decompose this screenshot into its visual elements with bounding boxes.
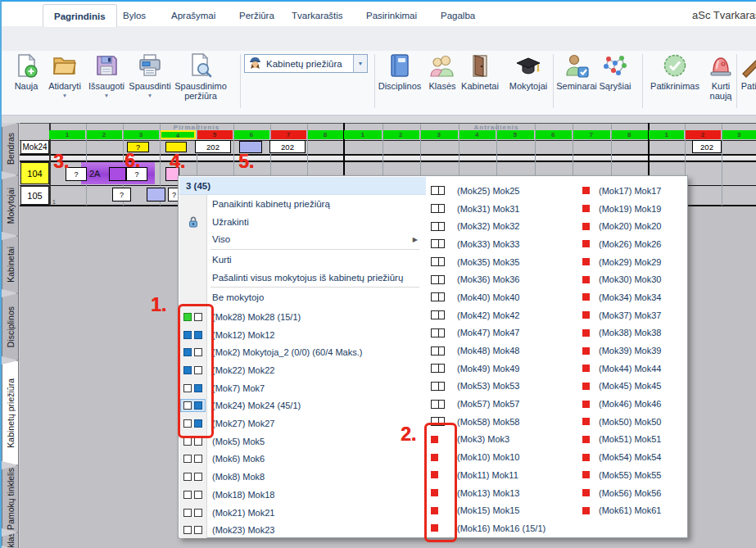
teacher-item[interactable]: (Mok6) Mok6 <box>179 451 426 469</box>
menu-item-viso[interactable]: Viso ▶ <box>179 230 426 248</box>
ribbon-button-nauja[interactable]: Nauja <box>7 52 45 91</box>
period-column-header[interactable]: 1 <box>344 130 382 139</box>
teacher-item[interactable]: (Mok2) Mokytoja_2 (0/0) (60/4 Maks.) <box>179 344 426 362</box>
teacher-item[interactable]: (Mok16) Mok16 (15/1) <box>426 519 577 537</box>
side-tab-bendras[interactable]: Bendras <box>2 123 19 175</box>
lesson-card[interactable]: ? <box>66 167 87 181</box>
teacher-item[interactable]: (Mok57) Mok57 <box>426 395 577 413</box>
teacher-item[interactable]: (Mok44) Mok44 <box>577 360 688 378</box>
period-column-header[interactable]: 6 <box>233 130 269 139</box>
period-column-header[interactable]: 1 <box>49 130 85 139</box>
period-column-header[interactable]: 8 <box>611 130 649 139</box>
side-tab-kabinetai[interactable]: Kabinetai <box>2 236 19 293</box>
period-column-header[interactable]: 4 <box>160 130 196 139</box>
teacher-item[interactable]: (Mok31) Mok31 <box>426 200 577 218</box>
row-label-mok24[interactable]: Mok24 <box>20 140 49 154</box>
teacher-item[interactable]: (Mok7) Mok7 <box>179 379 426 397</box>
teacher-item[interactable]: (Mok42) Mok42 <box>426 306 577 324</box>
teacher-item[interactable]: (Mok17) Mok17 <box>577 182 688 200</box>
teacher-item[interactable]: (Mok18) Mok18 <box>179 486 426 504</box>
view-mode-combobox[interactable]: Kabinetų priežiūra ▼ <box>244 54 368 73</box>
lesson-card[interactable] <box>239 141 262 153</box>
side-tab-pamokų-tinklelis[interactable]: Pamokų tinklelis <box>2 465 19 532</box>
teacher-item[interactable]: (Mok38) Mok38 <box>577 324 688 342</box>
tab-bylos[interactable]: Bylos <box>112 4 156 26</box>
period-column-header[interactable]: 5 <box>197 130 233 139</box>
teacher-item[interactable]: (Mok55) Mok55 <box>577 466 688 484</box>
lesson-card[interactable]: 202 <box>692 140 722 153</box>
period-column-header[interactable]: 3 <box>722 130 756 139</box>
period-column-header[interactable]: 2 <box>383 130 420 139</box>
ribbon-button-atidaryti[interactable]: Atidaryti▼ <box>43 52 86 98</box>
teacher-item[interactable]: (Mok13) Mok13 <box>426 484 577 502</box>
menu-item-kurti[interactable]: Kurti <box>179 251 426 269</box>
lesson-card[interactable] <box>109 167 126 181</box>
tab-tvarkarastis[interactable]: Tvarkaraštis <box>281 4 354 26</box>
lesson-card[interactable]: 202 <box>269 140 306 153</box>
period-column-header[interactable]: 5 <box>496 130 534 139</box>
teacher-item[interactable]: (Mok21) Mok21 <box>179 504 426 522</box>
period-column-header[interactable]: 2 <box>685 130 720 139</box>
period-column-header[interactable]: 8 <box>307 130 343 139</box>
ribbon-button-patik[interactable]: Patik <box>735 52 756 91</box>
teacher-item[interactable]: (Mok23) Mok23 <box>179 521 426 539</box>
lesson-card[interactable] <box>165 142 187 152</box>
teacher-item[interactable]: (Mok36) Mok36 <box>426 270 577 288</box>
ribbon-button-patikrinimas[interactable]: Patikrinimas <box>645 52 704 91</box>
tab-pasirinkimai[interactable]: Pasirinkimai <box>355 4 428 26</box>
ribbon-button-kurti-nauj-[interactable]: Kurti naują <box>703 52 739 101</box>
combobox-dropdown-button[interactable]: ▼ <box>353 55 367 72</box>
teacher-item[interactable]: (Mok49) Mok49 <box>426 360 577 378</box>
teacher-item[interactable]: (Mok37) Mok37 <box>577 306 688 324</box>
teacher-item[interactable]: (Mok25) Mok25 <box>426 182 577 200</box>
teacher-item[interactable]: (Mok24) Mok24 (45/1) <box>179 397 426 415</box>
teacher-item[interactable]: (Mok20) Mok20 <box>577 217 688 235</box>
side-tab-disciplinos[interactable]: Disciplinos <box>2 293 19 360</box>
period-column-header[interactable]: 6 <box>535 130 573 139</box>
period-column-header[interactable]: 1 <box>649 130 684 139</box>
ribbon-button-seminarai[interactable]: Seminarai <box>555 52 598 91</box>
lesson-card[interactable] <box>147 188 165 202</box>
teacher-item[interactable]: (Mok61) Mok61 <box>577 501 688 519</box>
teacher-item[interactable]: (Mok11) Mok11 <box>426 466 577 484</box>
teacher-item[interactable]: (Mok50) Mok50 <box>577 413 688 431</box>
teacher-item[interactable]: (Mok51) Mok51 <box>577 431 688 449</box>
teacher-item[interactable]: (Mok32) Mok32 <box>426 217 577 235</box>
period-column-header[interactable]: 2 <box>86 130 122 139</box>
tab-pagrindinis[interactable]: Pagrindinis <box>43 4 117 27</box>
teacher-item[interactable]: (Mok27) Mok27 <box>179 414 426 433</box>
teacher-item[interactable]: (Mok46) Mok46 <box>577 395 688 413</box>
teacher-item[interactable]: (Mok22) Mok22 <box>179 361 426 379</box>
teacher-item[interactable]: (Mok12) Mok12 <box>179 326 426 344</box>
teacher-item[interactable]: (Mok47) Mok47 <box>426 324 577 342</box>
lesson-card[interactable]: ? <box>127 142 149 152</box>
period-column-header[interactable]: 7 <box>270 130 306 139</box>
teacher-item[interactable]: (Mok48) Mok48 <box>426 342 577 360</box>
teacher-item[interactable]: (Mok30) Mok30 <box>577 270 688 288</box>
ribbon-button-disciplinos[interactable]: Disciplinos <box>374 52 425 91</box>
teacher-item[interactable]: (Mok56) Mok56 <box>577 484 688 502</box>
tab-aprasymai[interactable]: Aprašymai <box>161 4 226 26</box>
teacher-item[interactable]: (Mok5) Mok5 <box>179 433 426 451</box>
side-tab-kabinetų-priežiūra[interactable]: Kabinetų priežiūra <box>2 360 19 465</box>
teacher-item[interactable]: (Mok26) Mok26 <box>577 235 688 253</box>
teacher-item[interactable]: (Mok3) Mok3 <box>426 431 577 449</box>
teacher-item[interactable]: (Mok53) Mok53 <box>426 378 577 396</box>
ribbon-button-i-saugoti[interactable]: Išsaugoti▼ <box>84 52 129 98</box>
row-label-104[interactable]: 104 <box>20 162 49 184</box>
teacher-item[interactable]: (Mok34) Mok34 <box>577 288 688 306</box>
side-tab-mokytojai[interactable]: Mokytojai <box>2 175 19 236</box>
teacher-item[interactable]: (Mok33) Mok33 <box>426 235 577 253</box>
row-label-105[interactable]: 105 <box>20 186 49 205</box>
teacher-item[interactable]: (Mok15) Mok15 <box>426 501 577 519</box>
teacher-item[interactable]: (Mok45) Mok45 <box>577 378 688 396</box>
menu-item-uzrakinti[interactable]: Užrakinti <box>179 213 426 231</box>
ribbon-button-s-ry-iai[interactable]: Sąryšiai <box>595 52 635 91</box>
teacher-item[interactable]: (Mok54) Mok54 <box>577 448 688 466</box>
menu-item-panaikinti-kabinetu-prieziura[interactable]: Panaikinti kabinetų priežiūrą <box>179 195 426 213</box>
period-column-header[interactable]: 3 <box>123 130 159 139</box>
teacher-item[interactable]: (Mok40) Mok40 <box>426 288 577 306</box>
menu-item-be-mokytojo[interactable]: Be mokytojo <box>179 288 426 306</box>
ribbon-button-klas-s[interactable]: Klasės <box>425 52 459 91</box>
menu-item-pasalinti-visus-mokytojus[interactable]: Pašalinti visus mokytojus iš kabinetų pr… <box>179 269 426 287</box>
